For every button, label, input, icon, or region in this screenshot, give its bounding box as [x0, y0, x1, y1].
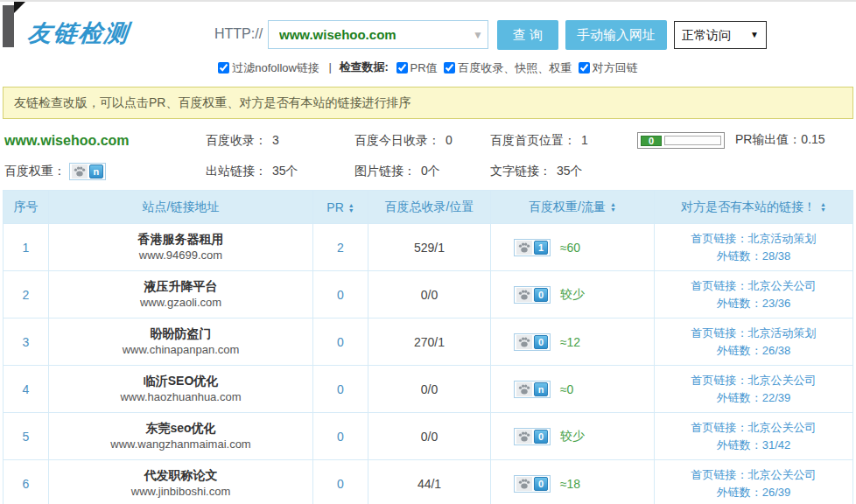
backlink-checkbox[interactable]: [579, 62, 590, 74]
summary-outbound: 出站链接：35个: [206, 164, 354, 179]
sort-icon[interactable]: [348, 203, 354, 214]
url-input[interactable]: [269, 27, 468, 42]
homepage-link-label: 首页链接：: [691, 374, 748, 387]
outbound-label: 出站链接：: [206, 164, 267, 178]
homepage-link-label: 首页链接：: [691, 468, 748, 481]
pr-value: 0: [313, 271, 368, 318]
filter-nofollow-label: 过滤nofollow链接: [232, 61, 319, 74]
weight-value-badge: 0: [534, 288, 548, 302]
filter-nofollow-option: 过滤nofollow链接: [218, 61, 322, 74]
pr-value: 0: [313, 318, 368, 366]
weight-estimate: 较少: [560, 287, 585, 301]
site-summary: www.wisehoo.com 百度收录：3 百度今日收录：0 百度首页位置：1…: [4, 125, 853, 186]
site-cell: 代发职称论文 www.jinbiboshi.com: [49, 460, 313, 504]
link-table: 序号 站点/链接地址 PR 百度总收录/位置 百度权重/流量 对方是否有本站的链…: [3, 190, 853, 504]
header-weight[interactable]: 百度权重/流量: [491, 191, 655, 224]
weight-estimate: ≈0: [560, 382, 573, 396]
pr-value: 0: [313, 460, 368, 504]
backlink-option: 对方回链: [579, 61, 638, 74]
weight-cell: 0 ≈12: [491, 318, 655, 366]
manual-input-button[interactable]: 手动输入网址: [565, 20, 667, 50]
pr-output-bar: 0: [637, 132, 725, 149]
baidu-weight-badge: n: [514, 381, 551, 398]
outlink-label: 外链数：: [717, 391, 762, 404]
paw-icon: [516, 382, 532, 396]
paw-icon: [516, 288, 532, 302]
table-row: 5 东莞seo优化 www.wangzhanmaimai.com 0 0/0 0…: [4, 413, 853, 460]
notice-text: 友链检查改版，可以点击PR、百度权重、对方是否有本站的链接进行排序: [14, 95, 410, 111]
url-history-caret-icon[interactable]: ▼: [468, 29, 488, 41]
logo-side-bar: [3, 5, 14, 47]
outlink-count[interactable]: 23/36: [762, 297, 791, 310]
filter-nofollow-checkbox[interactable]: [218, 62, 229, 74]
outlink-count[interactable]: 31/42: [762, 438, 791, 452]
weight-value-badge: 0: [534, 477, 548, 491]
outlink-label: 外链数：: [717, 297, 762, 310]
outlink-count[interactable]: 28/38: [762, 249, 791, 262]
table-row: 3 盼盼防盗门 www.chinapanpan.com 0 270/1 0 ≈1…: [4, 318, 853, 366]
header-backlink[interactable]: 对方是否有本站的链接！: [655, 191, 853, 224]
backlink-option-label: 对方回链: [593, 61, 638, 74]
pr-value: 0: [313, 366, 368, 413]
weight-cell: n ≈0: [491, 366, 655, 413]
site-cell: 盼盼防盗门 www.chinapanpan.com: [49, 318, 313, 366]
baidu-data-checkbox[interactable]: [444, 62, 455, 74]
image-links-value: 0个: [421, 164, 440, 178]
baidu-option: 百度收录、快照、权重: [444, 61, 575, 74]
homepage-link[interactable]: 北京公关公司: [748, 279, 817, 292]
baidu-home-pos-value: 1: [581, 133, 588, 147]
pr-output-label: PR输出值：: [735, 132, 801, 146]
outlink-count[interactable]: 22/39: [762, 391, 791, 404]
notice-banner: 友链检查改版，可以点击PR、百度权重、对方是否有本站的链接进行排序: [3, 87, 853, 119]
site-url: www.haozhuanhua.com: [49, 389, 312, 405]
summary-domain: www.wisehoo.com: [4, 133, 206, 149]
homepage-link[interactable]: 北京公关公司: [748, 374, 817, 387]
baidu-weight-badge: 0: [514, 286, 551, 304]
friend-link-checker-page: 友链检测 HTTP:// ▼ 查 询 手动输入网址 正常访问 ▼ 过滤nofol…: [0, 0, 856, 504]
weight-value-badge: 0: [534, 335, 548, 349]
outbound-value: 35个: [272, 164, 298, 178]
outlink-count[interactable]: 26/39: [762, 486, 791, 499]
pr-output-value: 0.15: [801, 132, 824, 146]
homepage-link-label: 首页链接：: [691, 279, 748, 292]
options-separator: |: [329, 60, 332, 74]
paw-icon: [516, 335, 532, 349]
header-num: 序号: [4, 191, 49, 224]
access-mode-select-box: 正常访问 ▼: [674, 21, 767, 49]
weight-estimate: ≈60: [560, 241, 580, 255]
query-button[interactable]: 查 询: [497, 20, 558, 50]
sort-icon[interactable]: [610, 202, 616, 213]
site-name: 临沂SEO优化: [49, 373, 312, 389]
pr-checkbox[interactable]: [396, 62, 408, 74]
site-url: www.wangzhanmaimai.com: [49, 437, 312, 452]
homepage-link[interactable]: 北京活动策划: [748, 326, 817, 340]
site-url: www.jinbiboshi.com: [49, 484, 312, 500]
backlink-cell: 首页链接：北京公关公司 外链数：23/36: [655, 271, 853, 318]
weight-cell: 0 较少: [491, 271, 655, 318]
baidu-weight-label: 百度权重：: [4, 163, 66, 177]
header-baidu-total: 百度总收录/位置: [368, 191, 491, 224]
backlink-cell: 首页链接：北京公关公司 外链数：22/39: [655, 366, 853, 413]
homepage-link[interactable]: 北京活动策划: [748, 232, 817, 245]
site-url: www.94699.com: [49, 248, 312, 263]
summary-text-links: 文字链接：35个: [490, 164, 637, 179]
header-pr[interactable]: PR: [313, 191, 368, 224]
weight-estimate: ≈12: [560, 335, 580, 349]
pr-bar-track: [664, 136, 721, 145]
weight-estimate: 较少: [560, 429, 585, 443]
site-url: www.gzaoli.com: [49, 295, 312, 311]
baidu-total: 44/1: [368, 460, 491, 504]
top-bar: 友链检测 HTTP:// ▼ 查 询 手动输入网址 正常访问 ▼: [0, 2, 856, 56]
row-number: 6: [4, 460, 49, 504]
homepage-link[interactable]: 北京公关公司: [748, 421, 817, 434]
access-mode-select[interactable]: 正常访问: [675, 22, 766, 48]
homepage-link[interactable]: 北京公关公司: [748, 468, 817, 481]
app-logo: 友链检测: [26, 18, 131, 49]
weight-value-badge: 0: [534, 430, 548, 444]
baidu-total: 0/0: [368, 413, 491, 460]
url-input-box: ▼: [268, 20, 488, 49]
baidu-total: 529/1: [368, 224, 491, 271]
sort-icon[interactable]: [820, 202, 826, 213]
outlink-label: 外链数：: [717, 249, 762, 262]
outlink-count[interactable]: 26/38: [762, 344, 791, 357]
